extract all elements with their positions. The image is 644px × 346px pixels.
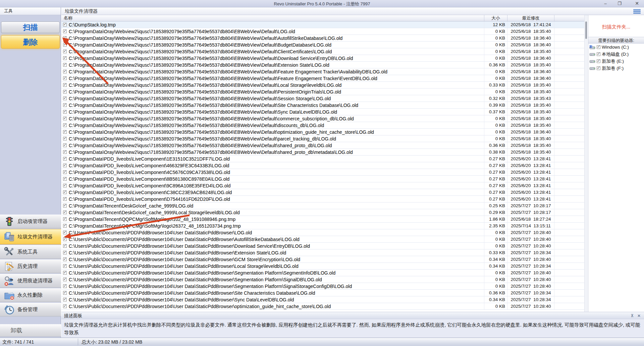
table-row[interactable]: C:\ProgramData\Oray\Webview2\iqusc\71853… [61,149,584,156]
sidebar-item-autorun-manager[interactable]: 启动项管理器 [0,215,61,228]
row-checkbox[interactable] [63,211,67,214]
row-checkbox[interactable] [63,70,67,73]
table-row[interactable]: C:\ProgramData\Oray\Webview2\iqusc\71853… [61,89,584,95]
hamburger-menu-icon[interactable] [633,9,641,14]
drive-checkbox[interactable] [597,45,600,49]
table-row[interactable]: C:\ProgramData\PDD_liveobs\LiveComponent… [61,196,584,203]
row-checkbox[interactable] [63,103,67,107]
row-checkbox[interactable] [63,157,67,161]
table-row[interactable]: C:\ProgramData\Oray\Webview2\iqusc\71853… [61,82,584,89]
table-row[interactable]: C:\ProgramData\PDD_liveobs\LiveComponent… [61,189,584,196]
row-checkbox[interactable] [63,264,67,268]
row-checkbox[interactable] [63,150,67,154]
row-checkbox[interactable] [63,56,67,60]
row-checkbox[interactable] [63,244,67,248]
sidebar-uninstall-header[interactable]: 卸载 [0,324,61,337]
row-checkbox[interactable] [63,117,67,120]
sidebar-item-system-tools[interactable]: 系统工具 [0,245,61,259]
row-checkbox[interactable] [63,298,67,301]
scan-button[interactable]: 扫描 [1,21,60,33]
row-checkbox[interactable] [63,23,67,26]
row-checkbox[interactable] [63,237,67,241]
drive-checkbox[interactable] [597,52,600,56]
drive-item-e[interactable]: 新加卷 (E:) [588,58,644,65]
table-row[interactable]: C:\ProgramData\Oray\Webview2\iqusc\71853… [61,135,584,142]
row-checkbox[interactable] [63,137,67,140]
column-header-size[interactable]: 大小 [484,15,507,21]
table-row[interactable]: C:\Users\Public\Documents\PDD\PddBrowser… [61,270,584,276]
row-checkbox[interactable] [63,123,67,127]
row-checkbox[interactable] [63,130,67,134]
table-row[interactable]: C:\ProgramData\Oray\Webview2\iqusc\71853… [61,35,584,42]
row-checkbox[interactable] [63,184,67,187]
row-checkbox[interactable] [63,36,67,40]
table-row[interactable]: C:\ProgramData\Oray\Webview2\iqusc\71853… [61,48,584,55]
table-row[interactable]: C:\Users\Public\Documents\PDD\PddBrowser… [61,283,584,290]
row-checkbox[interactable] [63,63,67,67]
row-checkbox[interactable] [63,50,67,53]
column-header-extra[interactable] [554,15,584,21]
table-row[interactable]: C:\ProgramData\PDD_liveobs\LiveComponent… [61,156,584,162]
table-row[interactable]: C:\ProgramData\PDD_liveobs\LiveComponent… [61,169,584,176]
row-checkbox[interactable] [63,83,67,87]
drive-item-c[interactable]: Windows (C:) [588,44,644,51]
drive-item-f[interactable]: 新加卷 (F:) [588,65,644,72]
table-row[interactable]: C:\ProgramData\Oray\Webview2\iqusc\71853… [61,68,584,75]
sidebar-item-permanent-delete[interactable]: 永久性删除 [0,288,61,302]
row-checkbox[interactable] [63,257,67,261]
row-checkbox[interactable] [63,284,67,288]
column-header-name[interactable]: 名称 [61,15,484,21]
row-checkbox[interactable] [63,143,67,147]
table-row[interactable]: C:\ProgramData\Oray\Webview2\iqusc\71853… [61,109,584,115]
table-row[interactable]: C:\Users\Public\Documents\PDD\PddBrowser… [61,243,584,249]
delete-button[interactable]: 删除 [1,35,60,49]
table-row[interactable]: C:\Users\Public\Documents\PDD\PddBrowser… [61,256,584,263]
row-checkbox[interactable] [63,90,67,94]
table-row[interactable]: C:\ProgramData\Tencent\QQPCMgr\SoftMgr\l… [61,216,584,223]
table-row[interactable]: C:\ProgramData\Oray\Webview2\iqusc\71853… [61,75,584,82]
table-row[interactable]: C:\Users\Public\Documents\PDD\PddBrowser… [61,236,584,243]
table-row[interactable]: C:\ProgramData\Oray\Webview2\iqusc\71853… [61,28,584,35]
restore-button[interactable]: ❐ [614,0,625,7]
table-row[interactable]: C:\ProgramData\Oray\Webview2\iqusc\71853… [61,95,584,102]
row-checkbox[interactable] [63,30,67,33]
panel-close-icon[interactable]: ✕ [637,313,641,318]
minimize-button[interactable]: – [600,0,610,7]
table-row[interactable]: C:\ProgramData\Tencent\DeskGo\cef_cache_… [61,203,584,209]
table-row[interactable]: C:\Users\Public\Documents\PDD\PddBrowser… [61,229,584,236]
drive-checkbox[interactable] [597,66,600,70]
close-button[interactable]: ✕ [632,0,642,7]
table-row[interactable]: C:\Users\Public\Documents\PDD\PddBrowser… [61,296,584,303]
row-checkbox[interactable] [63,224,67,228]
row-checkbox[interactable] [63,204,67,208]
table-row[interactable]: C:\ProgramData\Oray\Webview2\iqusc\71853… [61,42,584,48]
table-row[interactable]: C:\ProgramData\PDD_liveobs\LiveComponent… [61,162,584,169]
scrollbar-thumb[interactable] [585,21,587,39]
table-row[interactable]: C:\ProgramData\Tencent\DeskGo\cef_cache_… [61,209,584,216]
row-checkbox[interactable] [63,170,67,174]
row-checkbox[interactable] [63,217,67,221]
table-row[interactable]: C:\ProgramData\PDD_liveobs\LiveComponent… [61,182,584,189]
row-checkbox[interactable] [63,190,67,194]
table-row[interactable]: C:\Users\Public\Documents\PDD\PddBrowser… [61,249,584,256]
scan-folders-link[interactable]: 扫描文件夹... [588,24,644,30]
row-checkbox[interactable] [63,164,67,167]
row-checkbox[interactable] [63,231,67,234]
table-row[interactable]: C:\ProgramData\Tencent\QQPCMgr\SoftMgr\l… [61,223,584,229]
row-checkbox[interactable] [63,97,67,100]
row-checkbox[interactable] [63,304,67,308]
table-row[interactable]: C:\ProgramData\Oray\Webview2\iqusc\71853… [61,55,584,62]
sidebar-item-tracks-cleaner[interactable]: 使用痕迹清理器 [0,274,61,288]
table-row[interactable]: C:\ProgramData\Oray\Webview2\iqusc\71853… [61,102,584,109]
sidebar-item-junk-cleaner[interactable]: 垃圾文件清理器 [0,229,61,244]
table-row[interactable]: C:\ProgramData\PDD_liveobs\LiveComponent… [61,176,584,182]
row-checkbox[interactable] [63,271,67,275]
table-scrollbar[interactable] [584,15,588,312]
drive-checkbox[interactable] [597,59,600,63]
row-checkbox[interactable] [63,43,67,47]
row-checkbox[interactable] [63,278,67,281]
pin-icon[interactable]: ⊼ [630,313,635,318]
table-row[interactable]: C:\ProgramData\Oray\Webview2\iqusc\71853… [61,129,584,135]
table-row[interactable]: C:\ProgramData\Oray\Webview2\iqusc\71853… [61,62,584,68]
table-row[interactable]: C:\ProgramData\Oray\Webview2\iqusc\71853… [61,142,584,149]
